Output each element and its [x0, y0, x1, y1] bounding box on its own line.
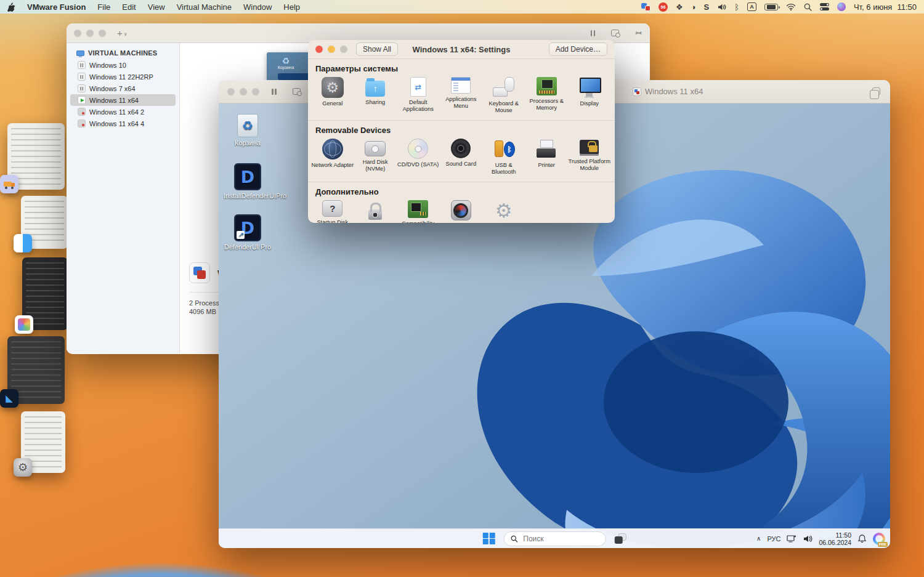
menu-help[interactable]: Help [283, 2, 300, 12]
settings-item-sharing[interactable]: ↑ Sharing [354, 76, 397, 114]
fullscreen-toggle-icon[interactable] [872, 87, 880, 95]
affinity-icon: ◣ [0, 389, 18, 408]
menu-app-name[interactable]: VMware Fusion [27, 2, 86, 12]
stage-thumbnail-finder[interactable] [21, 196, 68, 249]
pause-vm-button[interactable] [591, 30, 596, 36]
show-all-button[interactable]: Show All [356, 42, 398, 56]
settings-item-keyboard-mouse[interactable]: Keyboard & Mouse [482, 76, 525, 114]
settings-item-tpm[interactable]: Trusted Platform Module [568, 137, 611, 176]
settings-item-cd-dvd[interactable]: CD/DVD (SATA) [397, 137, 440, 176]
sidebar-item-windows-10[interactable]: Windows 10 [70, 59, 176, 71]
wifi-icon[interactable] [786, 2, 796, 12]
processors-memory-icon [537, 77, 557, 95]
sidebar-item-windows-11-x64-2[interactable]: Windows 11 x64 2 [70, 106, 176, 118]
menu-edit[interactable]: Edit [122, 2, 136, 12]
sidebar-item-windows-11-x64[interactable]: Windows 11 x64 [70, 94, 176, 106]
startup-disk-icon: ? [322, 200, 342, 217]
printer-icon [535, 139, 557, 159]
settings-item-default-applications[interactable]: ⇄ Default Applications [397, 76, 440, 114]
close-button[interactable] [74, 30, 81, 37]
settings-item-applications-menu[interactable]: Applications Menu [440, 76, 483, 114]
virtual-machine-icon [76, 50, 84, 56]
notification-badge-icon[interactable]: 96 [659, 2, 668, 12]
sidebar-item-windows-11-22h2rp[interactable]: Windows 11 22H2RP [70, 71, 176, 83]
close-button[interactable] [227, 88, 235, 95]
minimize-button[interactable] [328, 46, 335, 53]
control-center-icon[interactable] [820, 2, 829, 12]
add-device-button[interactable]: Add Device… [549, 42, 607, 56]
settings-item-general[interactable]: ⚙ General [311, 76, 354, 114]
taskbar-search[interactable] [503, 531, 606, 546]
thumbnail-content [11, 128, 61, 186]
stage-thumbnail-affinity[interactable]: ◣ [7, 336, 65, 404]
snapshot-button[interactable] [611, 30, 619, 36]
add-vm-button[interactable]: + ∨ [117, 28, 128, 38]
desktop-icon-defenderui-pro[interactable]: D ↗ DefenderUI Pro [224, 214, 272, 251]
tray-overflow-chevron[interactable]: ∧ [756, 535, 761, 542]
vm-suspended-icon [78, 61, 86, 69]
desktop-icon-install-defenderui[interactable]: D InstallDefenderUIPro [224, 163, 272, 200]
zoom-button[interactable] [340, 46, 347, 53]
language-indicator[interactable]: РУС [767, 535, 780, 543]
stage-thumbnail-dark-app[interactable] [22, 257, 68, 330]
settings-item-encryption[interactable]: Encryption [354, 199, 397, 223]
zoom-button[interactable] [252, 88, 259, 95]
close-button[interactable] [315, 46, 323, 53]
section-title-removable: Removable Devices [308, 121, 615, 136]
isolation-icon [451, 200, 471, 220]
snapshot-button[interactable] [293, 88, 301, 95]
desktop-icon-recycle-bin[interactable]: ♻ Корзина [224, 114, 272, 147]
minimize-button[interactable] [240, 88, 247, 95]
settings-item-processors-memory[interactable]: Processors & Memory [525, 76, 569, 114]
shazam-icon[interactable]: S [703, 2, 709, 12]
settings-item-usb-bluetooth[interactable]: ᛒ USB & Bluetooth [482, 137, 525, 176]
keyboard-layout-icon[interactable]: A [747, 2, 756, 11]
minimize-button[interactable] [86, 30, 94, 37]
display-contrast-icon[interactable]: ◑ [691, 2, 696, 12]
settings-item-display[interactable]: Display [568, 76, 611, 114]
vm-window-title: Windows 11 x64 [633, 87, 703, 96]
stage-thumbnail-system-settings[interactable]: ⚙ [21, 411, 65, 473]
sound-card-icon [451, 139, 471, 158]
volume-icon[interactable] [717, 2, 726, 12]
apple-menu[interactable] [7, 2, 15, 12]
settings-item-startup-disk[interactable]: ? Startup Disk [311, 199, 354, 223]
siri-icon[interactable] [837, 2, 846, 11]
sidebar-header: VIRTUAL MACHINES [67, 49, 179, 59]
bluetooth-icon[interactable]: ᛒ [734, 2, 739, 12]
task-view-button[interactable] [614, 533, 626, 544]
app-status-icon[interactable]: ❖ [676, 2, 683, 12]
encryption-lock-icon [364, 200, 386, 221]
menu-view[interactable]: View [148, 2, 165, 12]
menu-window[interactable]: Window [243, 2, 272, 12]
copilot-button[interactable]: PRE [873, 533, 885, 545]
menu-virtual-machine[interactable]: Virtual Machine [177, 2, 232, 12]
volume-icon[interactable] [803, 535, 813, 543]
settings-item-network-adapter[interactable]: Network Adapter [311, 137, 354, 176]
notification-bell-icon[interactable] [857, 534, 867, 543]
network-icon[interactable] [787, 535, 796, 543]
settings-item-sound-card[interactable]: Sound Card [440, 137, 483, 176]
sidebar-item-windows-11-x64-4[interactable]: Windows 11 x64 4 [70, 118, 176, 129]
sidebar-item-windows-7-x64[interactable]: Windows 7 x64 [70, 83, 176, 94]
battery-icon[interactable] [764, 4, 778, 10]
library-sidebar: VIRTUAL MACHINES Windows 10 Windows 11 2… [67, 43, 180, 353]
vmware-status-icon[interactable] [641, 3, 650, 11]
settings-item-compatibility[interactable]: Compatibility [397, 199, 440, 223]
start-button[interactable] [483, 533, 495, 545]
settings-item-advanced[interactable]: ⚙ Advanced [482, 199, 525, 223]
settings-wrench-button[interactable]: 🔧︎ [633, 27, 644, 38]
search-input[interactable] [522, 534, 590, 544]
recycle-bin-icon: ♻ [237, 114, 258, 137]
stage-thumbnail-editor[interactable] [7, 123, 65, 190]
pause-vm-button[interactable] [272, 89, 277, 95]
spotlight-icon[interactable] [804, 2, 812, 12]
settings-item-hard-disk[interactable]: Hard Disk (NVMe) [354, 137, 397, 176]
taskbar-clock[interactable]: 11:50 06.06.2024 [819, 531, 851, 546]
menu-bar-clock[interactable]: Чт, 6 июня 11:50 [854, 2, 917, 12]
settings-item-isolation[interactable]: Isolation [440, 199, 483, 223]
menu-file[interactable]: File [97, 2, 110, 12]
zoom-button[interactable] [99, 30, 106, 37]
vm-off-icon [78, 119, 86, 127]
settings-item-printer[interactable]: Printer [525, 137, 569, 176]
